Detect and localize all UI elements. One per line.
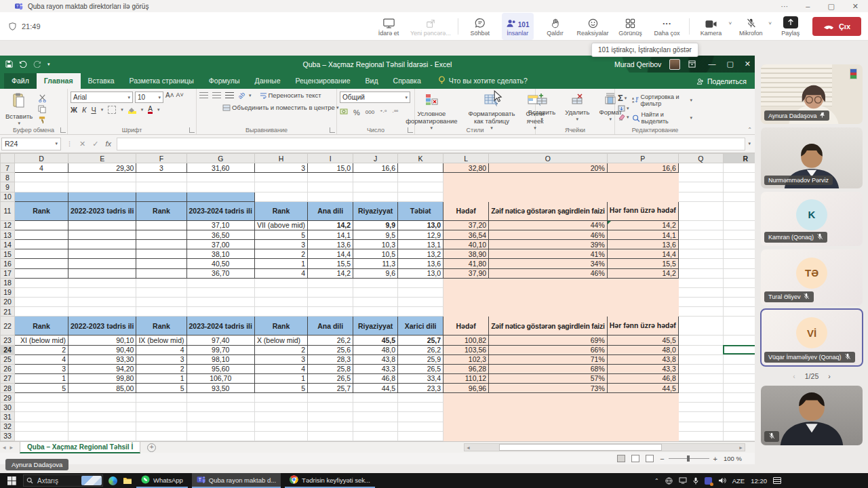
- cell-G20[interactable]: [186, 297, 254, 306]
- cell-D27[interactable]: 1: [15, 373, 68, 383]
- cell-P32[interactable]: [607, 422, 678, 431]
- cell-J31[interactable]: [353, 412, 398, 422]
- undo-icon[interactable]: [19, 60, 27, 68]
- cell-L17[interactable]: 37,90: [443, 268, 489, 278]
- cell-K24[interactable]: 26,2: [398, 345, 443, 354]
- cell-F24[interactable]: 4: [136, 345, 186, 354]
- cell-Q22[interactable]: [678, 317, 723, 336]
- row-header-12[interactable]: 12: [1, 220, 15, 230]
- more-button[interactable]: ··· Daha çox: [652, 13, 682, 40]
- merge-center-button[interactable]: Объединить и поместить в центре▾: [222, 104, 338, 111]
- cell-F32[interactable]: [136, 422, 186, 431]
- cell-Q8[interactable]: [678, 173, 723, 182]
- cell-F11[interactable]: Rank: [136, 201, 186, 220]
- cell-P18[interactable]: [607, 278, 678, 287]
- cell-E17[interactable]: [68, 268, 136, 278]
- cell-R26[interactable]: [723, 364, 755, 373]
- cell-K28[interactable]: 23,3: [398, 384, 443, 393]
- font-size-select[interactable]: 10▾: [135, 92, 163, 103]
- find-select-button[interactable]: Найти и выделить▾: [632, 111, 692, 125]
- cell-R9[interactable]: [723, 182, 755, 192]
- cell-L22[interactable]: Hədəf: [443, 317, 489, 336]
- cell-I11[interactable]: Ana dili: [308, 201, 353, 220]
- row-header-25[interactable]: 25: [1, 354, 15, 364]
- cell-Q9[interactable]: [678, 182, 723, 192]
- row-header-11[interactable]: 11: [1, 201, 15, 220]
- cell-G31[interactable]: [186, 412, 254, 422]
- formula-bar-expand-icon[interactable]: ▾: [748, 141, 751, 146]
- cell-F29[interactable]: [136, 393, 186, 403]
- cell-Q25[interactable]: [678, 354, 723, 364]
- ribbon-options-icon[interactable]: [688, 60, 696, 68]
- cell-R32[interactable]: [723, 422, 755, 431]
- leave-button[interactable]: Çıx: [812, 17, 861, 36]
- row-header-21[interactable]: 21: [1, 307, 15, 317]
- row-header-23[interactable]: 23: [1, 336, 15, 345]
- cell-O32[interactable]: [489, 422, 608, 431]
- cell-L19[interactable]: [443, 287, 489, 297]
- col-header-L[interactable]: L: [443, 154, 489, 163]
- cell-O14[interactable]: 39%: [489, 240, 608, 249]
- cell-L8[interactable]: [443, 173, 489, 182]
- cell-E11[interactable]: 2022-2023 tədris ili: [68, 201, 136, 220]
- cell-G9[interactable]: [186, 182, 254, 192]
- cell-O21[interactable]: [489, 307, 608, 317]
- reactions-button[interactable]: Reaksiyalar: [577, 13, 609, 40]
- cell-P16[interactable]: 15,5: [607, 259, 678, 268]
- cell-D8[interactable]: [15, 173, 68, 182]
- cell-G18[interactable]: [186, 278, 254, 287]
- accounting-format-icon[interactable]: [340, 108, 348, 117]
- cell-I19[interactable]: [308, 287, 353, 297]
- cell-P29[interactable]: [607, 393, 678, 403]
- cell-P28[interactable]: 44,5: [607, 384, 678, 393]
- copy-icon[interactable]: [38, 105, 46, 113]
- cell-H8[interactable]: [254, 173, 307, 182]
- cell-L7[interactable]: 32,80: [443, 163, 489, 173]
- col-header-K[interactable]: K: [398, 154, 443, 163]
- cell-O7[interactable]: 20%: [489, 163, 608, 173]
- row-header-31[interactable]: 31: [1, 412, 15, 422]
- cell-Q16[interactable]: [678, 259, 723, 268]
- cell-D15[interactable]: [15, 249, 68, 259]
- cell-F23[interactable]: IX (below mid): [136, 336, 186, 345]
- cell-H32[interactable]: [254, 422, 307, 431]
- cell-R17[interactable]: [723, 268, 755, 278]
- cell-O28[interactable]: 73%: [489, 384, 608, 393]
- camera-button[interactable]: Kamera: [696, 13, 726, 40]
- taskbar-app-1[interactable]: TQuba rayon maktab d...: [192, 473, 281, 488]
- cell-R11[interactable]: [723, 201, 755, 220]
- cell-K33[interactable]: [398, 431, 443, 441]
- borders-icon[interactable]: [108, 106, 116, 114]
- cell-L14[interactable]: 40,10: [443, 240, 489, 249]
- ribbon-tab-4[interactable]: Формулы: [201, 73, 248, 89]
- row-header-33[interactable]: 33: [1, 431, 15, 441]
- cell-J24[interactable]: 48,0: [353, 345, 398, 354]
- cell-D23[interactable]: XI (below mid): [15, 336, 68, 345]
- cell-P27[interactable]: 46,8: [607, 373, 678, 383]
- cancel-icon[interactable]: ✕: [79, 140, 85, 148]
- horizontal-scrollbar[interactable]: ◄ ►: [464, 443, 745, 451]
- decrease-decimal-icon[interactable]: ·⁰⁰: [392, 109, 398, 115]
- notification-center-icon[interactable]: [773, 477, 781, 484]
- col-header-Q[interactable]: Q: [678, 154, 723, 163]
- cell-Q7[interactable]: [678, 163, 723, 173]
- cell-E18[interactable]: [68, 278, 136, 287]
- cell-L11[interactable]: Hədəf: [443, 201, 489, 220]
- cell-G22[interactable]: 2023-2024 tədris ili: [186, 317, 254, 336]
- cell-P17[interactable]: 14,2: [607, 268, 678, 278]
- cell-G16[interactable]: 40,50: [186, 259, 254, 268]
- row-header-20[interactable]: 20: [1, 297, 15, 306]
- cell-D31[interactable]: [15, 412, 68, 422]
- camera-chevron-icon[interactable]: ˅: [729, 20, 732, 26]
- cell-R12[interactable]: [723, 220, 755, 230]
- cell-J10[interactable]: [353, 192, 398, 201]
- cell-Q28[interactable]: [678, 384, 723, 393]
- cell-Q26[interactable]: [678, 364, 723, 373]
- cell-R16[interactable]: [723, 259, 755, 268]
- cell-J26[interactable]: 43,3: [353, 364, 398, 373]
- cell-F9[interactable]: [136, 182, 186, 192]
- cell-F15[interactable]: [136, 249, 186, 259]
- cell-P8[interactable]: [607, 173, 678, 182]
- cell-D10[interactable]: [15, 192, 68, 201]
- cell-O23[interactable]: 69%: [489, 336, 608, 345]
